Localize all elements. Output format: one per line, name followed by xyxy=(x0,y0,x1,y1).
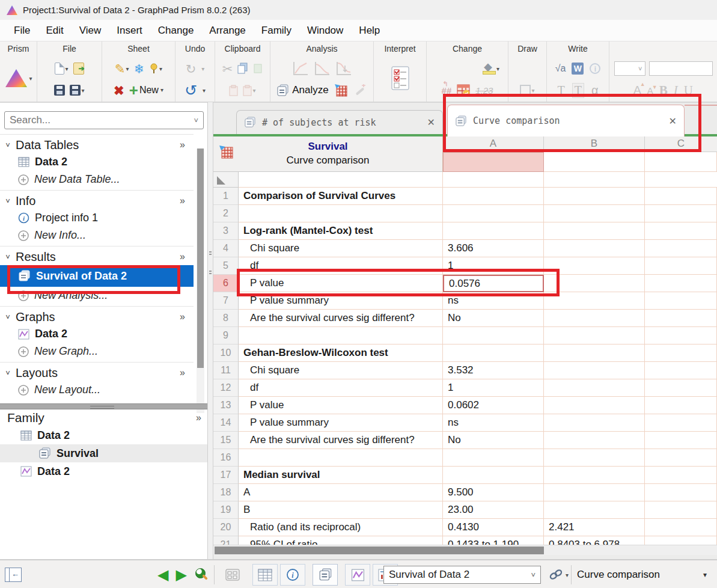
cell-c5[interactable] xyxy=(645,257,717,275)
row-number[interactable]: 10 xyxy=(213,345,239,362)
cell-c17[interactable] xyxy=(645,467,717,484)
search-box[interactable]: ˅ xyxy=(4,111,204,129)
row-number[interactable]: 4 xyxy=(213,240,239,257)
tab-curve-comparison[interactable]: Curve comparison ✕ xyxy=(447,105,685,136)
family-panel-splitter[interactable] xyxy=(0,403,207,409)
cell-a7[interactable]: ns xyxy=(443,292,544,310)
prism-guide-button[interactable]: ▾ xyxy=(4,68,32,88)
search-input[interactable] xyxy=(5,114,194,126)
collapse-chevron-icon[interactable]: ˅ xyxy=(0,369,16,378)
equation-icon[interactable]: √a xyxy=(555,63,566,74)
menu-arrange[interactable]: Arrange xyxy=(201,22,253,40)
cell-b10[interactable] xyxy=(544,345,645,362)
cell-a19[interactable]: 23.00 xyxy=(443,501,544,519)
cell-c7[interactable] xyxy=(645,292,717,310)
cell-b5[interactable] xyxy=(544,257,645,275)
paste-special-button[interactable]: ▾ xyxy=(243,85,255,96)
cell-c11[interactable] xyxy=(645,362,717,379)
cell-c15[interactable] xyxy=(645,432,717,449)
column-title-a[interactable] xyxy=(443,152,544,172)
fill-color-button[interactable]: ▾ xyxy=(483,63,499,75)
cell-b20[interactable]: 2.421 xyxy=(544,519,645,536)
new-file-button[interactable]: ▾ xyxy=(55,63,68,75)
menu-family[interactable]: Family xyxy=(254,22,299,40)
cell-a8[interactable]: No xyxy=(443,310,544,327)
row-label[interactable]: df xyxy=(239,257,443,275)
tab-subjects-at-risk[interactable]: # of subjects at risk ✕ xyxy=(236,110,443,134)
interpret-checklist-icon[interactable] xyxy=(390,66,410,91)
cell-a2[interactable] xyxy=(443,205,544,222)
cell-a9[interactable] xyxy=(443,327,544,345)
cell-a17[interactable] xyxy=(443,467,544,484)
row-number[interactable]: 9 xyxy=(213,327,239,345)
expand-icon[interactable]: » xyxy=(180,311,185,322)
sidebar-item-new-layout[interactable]: New Layout... xyxy=(0,381,194,399)
linked-sheet-chevron-icon[interactable]: ▾ xyxy=(703,560,707,588)
row-label[interactable]: Comparison of Survival Curves xyxy=(239,188,443,205)
row-label[interactable] xyxy=(239,205,443,222)
section-header-graphs[interactable]: ˅ Graphs » xyxy=(0,308,194,325)
cell-b4[interactable] xyxy=(544,240,645,257)
data-grid-icon[interactable] xyxy=(220,564,245,586)
collapse-chevron-icon[interactable]: ˅ xyxy=(0,313,16,322)
cell-c6[interactable] xyxy=(645,275,717,292)
prev-sheet-icon[interactable]: ◀ xyxy=(157,568,168,582)
cell-c10[interactable] xyxy=(645,345,717,362)
cell-a4[interactable]: 3.606 xyxy=(443,240,544,257)
word-export-icon[interactable]: W xyxy=(572,63,584,75)
sidebar-item-data2-table[interactable]: Data 2 xyxy=(0,153,194,171)
bold-icon[interactable]: B xyxy=(659,83,668,98)
sidebar-item-new-graph[interactable]: New Graph... xyxy=(0,343,194,360)
sidebar-scrollbar[interactable] xyxy=(197,149,204,413)
interpolate-icon[interactable] xyxy=(335,61,352,76)
column-header-c[interactable]: C xyxy=(645,136,717,152)
linked-sheet-name[interactable]: Curve comparison xyxy=(577,560,660,588)
row-label[interactable]: Log-rank (Mantel-Cox) test xyxy=(239,222,443,240)
cell-a1[interactable] xyxy=(443,188,544,205)
panel-splitter[interactable] xyxy=(207,102,213,559)
row-number[interactable]: 1 xyxy=(213,188,239,205)
cell-c18[interactable] xyxy=(645,484,717,501)
row-title-cell[interactable] xyxy=(645,172,717,188)
goto-graph-button[interactable] xyxy=(345,564,370,586)
pin-sheet-button[interactable]: ▾ xyxy=(149,63,162,74)
number-format-icon[interactable]: 1.23 xyxy=(475,85,493,96)
cell-b19[interactable] xyxy=(544,501,645,519)
sidebar-item-new-info[interactable]: New Info... xyxy=(0,227,194,244)
row-number[interactable]: 15 xyxy=(213,432,239,449)
section-header-info[interactable]: ˅ Info » xyxy=(0,192,194,209)
cut-icon[interactable]: ✂ xyxy=(222,63,233,75)
row-label[interactable] xyxy=(239,327,443,345)
sidebar-item-new-data-table[interactable]: New Data Table... xyxy=(0,171,194,188)
delete-sheet-icon[interactable]: ✖ xyxy=(114,84,124,97)
cell-b2[interactable] xyxy=(544,205,645,222)
row-number[interactable]: 21 xyxy=(213,536,239,545)
row-number[interactable]: 17 xyxy=(213,467,239,484)
cell-b9[interactable] xyxy=(544,327,645,345)
search-chevron-icon[interactable]: ˅ xyxy=(194,116,203,125)
row-title-cell[interactable] xyxy=(544,172,645,188)
column-header-b[interactable]: B xyxy=(544,136,645,152)
cell-b13[interactable] xyxy=(544,397,645,414)
row-label[interactable]: Chi square xyxy=(239,240,443,257)
section-header-layouts[interactable]: ˅ Layouts » xyxy=(0,364,194,381)
add-info-icon[interactable]: i xyxy=(590,63,600,74)
nonlin-fit-icon[interactable] xyxy=(314,61,331,76)
row-label[interactable]: P value summary xyxy=(239,292,443,310)
row-number[interactable]: 16 xyxy=(213,449,239,467)
italic-icon[interactable]: I xyxy=(674,83,678,98)
family-header[interactable]: Family » xyxy=(0,409,207,426)
close-icon[interactable]: ✕ xyxy=(669,115,677,127)
wizard-wand-icon[interactable] xyxy=(353,83,367,97)
save-as-button[interactable]: ▾ xyxy=(70,85,84,96)
cell-a12[interactable]: 1 xyxy=(443,379,544,397)
scrollbar-thumb[interactable] xyxy=(215,547,544,554)
expand-icon[interactable]: » xyxy=(180,367,185,378)
scrollbar-thumb[interactable] xyxy=(197,149,204,368)
row-label[interactable]: Are the survival curves sig different? xyxy=(239,310,443,327)
cell-b15[interactable] xyxy=(544,432,645,449)
row-label[interactable]: Are the survival curves sig different? xyxy=(239,432,443,449)
expand-icon[interactable]: » xyxy=(180,251,185,262)
collapse-chevron-icon[interactable]: ˅ xyxy=(0,141,16,150)
row-number[interactable]: 7 xyxy=(213,292,239,310)
